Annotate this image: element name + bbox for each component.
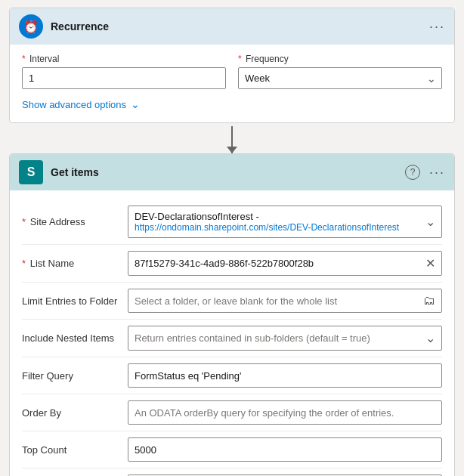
get-items-body: * Site Address DEV-DeclarationsofInteres… <box>10 190 454 476</box>
list-name-clear-icon[interactable]: ✕ <box>425 256 435 270</box>
interval-label: * Interval <box>22 54 226 64</box>
top-count-value[interactable]: 5000 <box>128 437 442 462</box>
recurrence-body: * Interval * Frequency Minute Hour Day W… <box>10 45 454 122</box>
recurrence-card: ⏰ Recurrence ··· * Interval * Frequency <box>9 8 455 123</box>
frequency-label: * Frequency <box>238 54 442 64</box>
list-name-row: * List Name 87f15279-341c-4ad9-886f-522b… <box>22 245 442 283</box>
interval-field-group: * Interval <box>22 54 226 89</box>
get-items-more-button[interactable]: ··· <box>429 165 445 181</box>
limit-entries-placeholder: Select a folder, or leave blank for the … <box>135 295 417 307</box>
get-items-card: S Get items ? ··· * Site Address DEV-Dec… <box>9 153 455 476</box>
show-advanced-button[interactable]: Show advanced options ⌄ <box>22 98 442 110</box>
recurrence-title: Recurrence <box>51 20 109 32</box>
get-items-icon: S <box>19 160 43 184</box>
site-address-text: DEV-DeclarationsofInterest - https://ond… <box>135 211 399 233</box>
get-items-title: Get items <box>51 166 99 178</box>
get-items-actions: ? ··· <box>405 165 445 181</box>
site-address-row: * Site Address DEV-DeclarationsofInteres… <box>22 199 442 245</box>
site-address-line2: https://ondomain.sharepoint.com/sites/DE… <box>135 222 399 233</box>
interval-required: * <box>22 54 26 64</box>
order-by-placeholder: An ODATA orderBy query for specifying th… <box>135 407 435 419</box>
frequency-select-wrapper: Minute Hour Day Week Month ⌄ <box>238 67 442 89</box>
nested-items-value[interactable]: Return entries contained in sub-folders … <box>128 326 442 351</box>
limit-columns-row: Limit Columns by View Avoid column thres… <box>22 468 442 476</box>
top-count-label: Top Count <box>22 444 128 456</box>
site-address-chevron-icon: ⌄ <box>425 215 435 229</box>
limit-entries-row: Limit Entries to Folder Select a folder,… <box>22 283 442 320</box>
recurrence-header-left: ⏰ Recurrence <box>19 14 109 39</box>
recurrence-icon: ⏰ <box>19 14 43 39</box>
recurrence-header: ⏰ Recurrence ··· <box>10 8 454 45</box>
show-advanced-label: Show advanced options <box>22 99 126 110</box>
help-icon[interactable]: ? <box>405 165 420 180</box>
recurrence-more-button[interactable]: ··· <box>429 19 445 35</box>
frequency-field-group: * Frequency Minute Hour Day Week Month ⌄ <box>238 54 442 89</box>
order-by-row: Order By An ODATA orderBy query for spec… <box>22 394 442 431</box>
arrow-connector <box>9 126 455 153</box>
frequency-select[interactable]: Minute Hour Day Week Month <box>238 67 442 89</box>
list-name-label: * List Name <box>22 258 128 269</box>
show-advanced-chevron-icon: ⌄ <box>131 98 140 110</box>
interval-input[interactable] <box>22 67 226 89</box>
top-count-text: 5000 <box>135 444 435 456</box>
limit-entries-label: Limit Entries to Folder <box>22 295 128 307</box>
top-count-row: Top Count 5000 <box>22 431 442 468</box>
get-items-header-left: S Get items <box>19 160 99 184</box>
filter-query-value[interactable]: FormStatus eq 'Pending' <box>128 363 442 388</box>
filter-query-row: Filter Query FormStatus eq 'Pending' <box>22 357 442 394</box>
filter-query-text: FormStatus eq 'Pending' <box>135 370 435 382</box>
limit-entries-value[interactable]: Select a folder, or leave blank for the … <box>128 289 442 313</box>
list-name-value[interactable]: 87f15279-341c-4ad9-886f-522b7800f28b ✕ <box>128 251 442 276</box>
order-by-value[interactable]: An ODATA orderBy query for specifying th… <box>128 400 442 425</box>
frequency-required: * <box>238 54 242 64</box>
limit-entries-folder-icon: 🗂 <box>423 294 435 308</box>
site-address-value[interactable]: DEV-DeclarationsofInterest - https://ond… <box>128 206 442 238</box>
filter-query-label: Filter Query <box>22 370 128 382</box>
nested-items-placeholder: Return entries contained in sub-folders … <box>135 332 419 344</box>
order-by-label: Order By <box>22 407 128 419</box>
site-address-label: * Site Address <box>22 216 128 227</box>
site-address-line1: DEV-DeclarationsofInterest - <box>135 211 399 222</box>
recurrence-fields-row: * Interval * Frequency Minute Hour Day W… <box>22 54 442 89</box>
list-name-text: 87f15279-341c-4ad9-886f-522b7800f28b <box>135 258 419 269</box>
nested-items-label: Include Nested Items <box>22 332 128 344</box>
nested-items-chevron-icon: ⌄ <box>425 331 435 345</box>
get-items-header: S Get items ? ··· <box>10 154 454 190</box>
nested-items-row: Include Nested Items Return entries cont… <box>22 320 442 357</box>
